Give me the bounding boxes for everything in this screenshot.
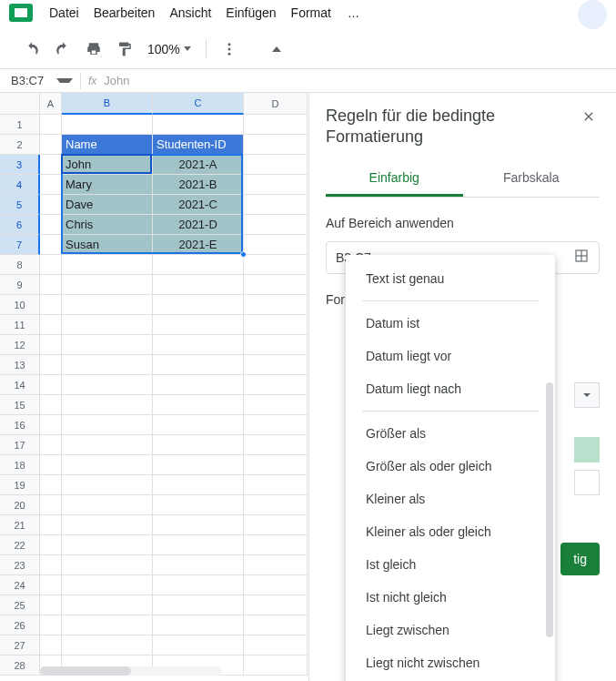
cell[interactable]	[153, 495, 244, 515]
paint-format-button[interactable]	[111, 36, 138, 63]
cell[interactable]	[244, 435, 308, 455]
col-header-A[interactable]: A	[40, 93, 62, 115]
cell[interactable]	[244, 135, 308, 155]
cell[interactable]	[62, 595, 153, 615]
cell[interactable]	[40, 515, 62, 535]
row-header-1[interactable]: 1	[0, 115, 40, 135]
cell[interactable]	[244, 295, 308, 315]
row-header-24[interactable]: 24	[0, 575, 40, 595]
cell[interactable]	[153, 315, 244, 335]
more-toolbar[interactable]	[216, 36, 243, 63]
cell[interactable]	[244, 375, 308, 395]
dropdown-scrollbar[interactable]	[546, 264, 553, 656]
row-header-8[interactable]: 8	[0, 255, 40, 275]
cell[interactable]	[40, 395, 62, 415]
cell[interactable]	[40, 135, 62, 155]
cell[interactable]	[244, 515, 308, 535]
selection-handle[interactable]	[240, 251, 247, 258]
cell[interactable]	[153, 475, 244, 495]
row-header-18[interactable]: 18	[0, 455, 40, 475]
cell[interactable]	[40, 435, 62, 455]
row-header-3[interactable]: 3	[0, 155, 40, 175]
cell[interactable]	[62, 575, 153, 595]
cell[interactable]	[153, 515, 244, 535]
cell[interactable]	[153, 415, 244, 435]
cell[interactable]	[40, 495, 62, 515]
data-cell[interactable]: Chris	[62, 215, 153, 235]
row-header-13[interactable]: 13	[0, 355, 40, 375]
cell[interactable]	[40, 155, 62, 175]
cell[interactable]	[153, 635, 244, 656]
cell[interactable]	[62, 415, 153, 435]
row-header-19[interactable]: 19	[0, 475, 40, 495]
cell[interactable]	[40, 235, 62, 255]
cell[interactable]	[244, 455, 308, 475]
cell[interactable]	[62, 115, 153, 135]
cell[interactable]	[244, 235, 308, 255]
cell[interactable]	[40, 215, 62, 235]
cell[interactable]	[40, 415, 62, 435]
row-header-17[interactable]: 17	[0, 435, 40, 455]
cell[interactable]	[40, 355, 62, 375]
horizontal-scrollbar[interactable]	[40, 666, 222, 676]
cell[interactable]	[62, 275, 153, 295]
rule-dropdown-caret[interactable]	[574, 382, 600, 408]
cell[interactable]	[153, 595, 244, 615]
row-header-15[interactable]: 15	[0, 395, 40, 415]
cell[interactable]	[244, 595, 308, 615]
done-button[interactable]: tig	[560, 543, 600, 575]
dropdown-item[interactable]: Text ist genau	[346, 262, 555, 295]
cell[interactable]	[40, 315, 62, 335]
cell[interactable]	[40, 335, 62, 355]
cell[interactable]	[153, 115, 244, 135]
row-header-16[interactable]: 16	[0, 415, 40, 435]
cell[interactable]	[244, 415, 308, 435]
row-header-9[interactable]: 9	[0, 275, 40, 295]
cell[interactable]	[62, 295, 153, 315]
cell[interactable]	[62, 495, 153, 515]
cell[interactable]	[62, 375, 153, 395]
tab-color-scale[interactable]: Farbskala	[463, 161, 601, 197]
data-cell[interactable]: 2021-A	[153, 155, 244, 175]
cell[interactable]	[244, 615, 308, 635]
col-header-C[interactable]: C	[153, 93, 244, 115]
cell[interactable]	[62, 315, 153, 335]
cell[interactable]	[153, 375, 244, 395]
row-header-22[interactable]: 22	[0, 535, 40, 555]
cell[interactable]	[40, 455, 62, 475]
header-cell[interactable]: Name	[62, 135, 153, 155]
menu-bearbeiten[interactable]: Bearbeiten	[86, 2, 163, 24]
menu-more[interactable]: …	[340, 3, 367, 24]
data-cell[interactable]: Susan	[62, 235, 153, 255]
data-cell[interactable]: John	[62, 155, 153, 175]
cell[interactable]	[244, 635, 308, 656]
redo-button[interactable]	[49, 36, 76, 63]
cell[interactable]	[62, 535, 153, 555]
row-header-12[interactable]: 12	[0, 335, 40, 355]
cell[interactable]	[153, 395, 244, 415]
data-cell[interactable]: 2021-D	[153, 215, 244, 235]
cell[interactable]	[62, 515, 153, 535]
cell[interactable]	[62, 395, 153, 415]
dropdown-item[interactable]: Datum liegt vor	[346, 340, 555, 372]
select-all-corner[interactable]	[0, 93, 40, 115]
cell[interactable]	[244, 175, 308, 195]
cell[interactable]	[62, 615, 153, 635]
cell[interactable]	[62, 255, 153, 275]
cell[interactable]	[244, 195, 308, 215]
cell[interactable]	[244, 215, 308, 235]
menu-ansicht[interactable]: Ansicht	[162, 2, 218, 24]
cell[interactable]	[40, 555, 62, 575]
cell[interactable]	[244, 395, 308, 415]
cell[interactable]	[62, 435, 153, 455]
row-header-27[interactable]: 27	[0, 635, 40, 656]
row-header-2[interactable]: 2	[0, 135, 40, 155]
cell[interactable]	[153, 335, 244, 355]
data-cell[interactable]: Mary	[62, 175, 153, 195]
row-header-14[interactable]: 14	[0, 375, 40, 395]
close-icon[interactable]	[578, 106, 600, 130]
cell[interactable]	[40, 615, 62, 635]
dropdown-item[interactable]: Datum liegt nach	[346, 372, 555, 405]
dropdown-item[interactable]: Kleiner als oder gleich	[346, 515, 555, 548]
tab-single-color[interactable]: Einfarbig	[326, 161, 463, 197]
